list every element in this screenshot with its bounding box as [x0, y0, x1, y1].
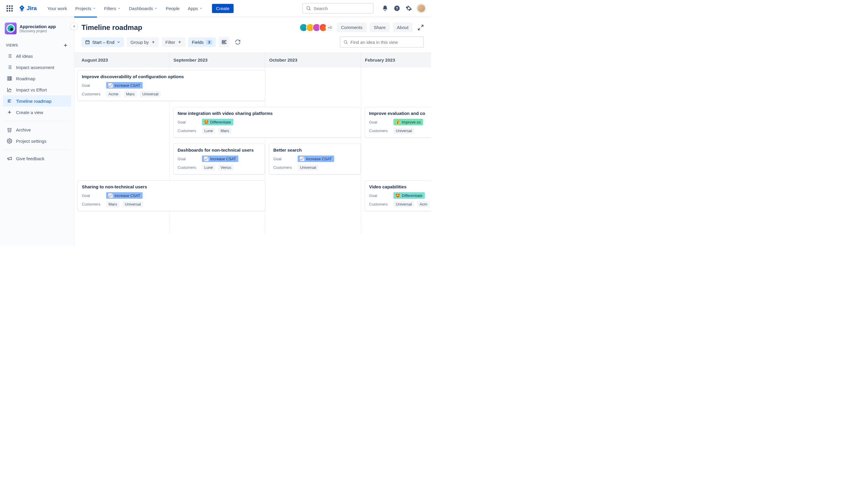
goal-emoji-icon: 📈 [300, 156, 305, 161]
collapse-sidebar-button[interactable] [70, 22, 78, 30]
search-icon [343, 40, 348, 44]
goal-label: Increase CSAT [114, 193, 140, 198]
nav-item-your-work[interactable]: Your work [43, 0, 71, 17]
global-search[interactable] [302, 3, 374, 14]
goal-tag: 🤩Differentiate [393, 192, 425, 199]
comments-button[interactable]: Comments [337, 22, 367, 32]
plus-icon [151, 40, 155, 44]
add-view-icon[interactable] [63, 43, 68, 48]
nav-item-apps[interactable]: Apps [184, 0, 206, 17]
find-idea-search[interactable] [340, 36, 424, 48]
field-label-customers: Customers [369, 129, 391, 133]
avatar-more[interactable]: +3 [325, 23, 334, 32]
views-section-label: VIEWS [6, 43, 18, 48]
sidebar-archive[interactable]: Archive [3, 124, 71, 135]
fields-label: Fields [192, 40, 204, 45]
autosave-button[interactable] [232, 37, 243, 48]
customer-tag: Lune [202, 164, 215, 171]
plus-icon [178, 40, 182, 44]
sidebar-item-label: Impact vs Effort [16, 88, 47, 92]
sidebar-project-settings[interactable]: Project settings [3, 135, 71, 147]
goal-emoji-icon: 📈 [108, 83, 113, 88]
project-icon [5, 22, 17, 34]
sidebar-item-all-ideas[interactable]: All ideas [3, 50, 71, 62]
notifications-icon[interactable] [381, 4, 389, 12]
timeline: August 2023 September 2023 October 2023 … [74, 53, 431, 246]
svg-rect-42 [222, 40, 227, 41]
help-icon[interactable]: ? [393, 4, 401, 12]
sidebar-item-create-a-view[interactable]: Create a view [3, 107, 71, 118]
customer-tag: Mars [218, 128, 232, 134]
goal-label: Improve co [402, 120, 421, 125]
month-column-header: October 2023 [265, 53, 361, 67]
filter-button[interactable]: Filter [162, 37, 185, 47]
goal-emoji-icon: 📈 [204, 156, 209, 161]
sidebar-item-label: Create a view [16, 110, 43, 115]
card-title: Improve evaluation and co [369, 111, 431, 116]
field-label-customers: Customers [82, 202, 103, 206]
idea-card[interactable]: Improve evaluation and coGoal💰Improve co… [365, 107, 431, 138]
nav-item-dashboards[interactable]: Dashboards [125, 0, 162, 17]
fields-button[interactable]: Fields 3 [188, 37, 216, 47]
chevron-down-icon [118, 7, 121, 10]
customer-tag: Acm [417, 201, 430, 207]
sidebar-item-impact-assessment[interactable]: Impact assessment [3, 62, 71, 73]
month-column-header: August 2023 [74, 53, 169, 67]
sidebar-item-timeline-roadmap[interactable]: Timeline roadmap [3, 95, 71, 107]
field-label-customers: Customers [82, 92, 103, 96]
idea-card[interactable]: Improve discoverability of configuration… [77, 70, 265, 101]
nav-item-projects[interactable]: Projects [71, 0, 100, 17]
goal-label: Differentiate [210, 120, 231, 125]
megaphone-icon [6, 155, 13, 162]
project-subtitle: Discovery project [20, 29, 56, 33]
sidebar-item-label: Give feedback [16, 156, 44, 161]
field-label-goal: Goal [178, 157, 199, 161]
idea-card[interactable]: Dashboards for non-technical usersGoal📈I… [173, 144, 265, 174]
goal-tag: 📈Increase CSAT [106, 82, 143, 89]
idea-card[interactable]: New integration with video sharing platf… [173, 107, 361, 138]
user-avatar[interactable] [417, 4, 426, 13]
fullscreen-icon[interactable] [417, 24, 424, 31]
idea-card[interactable]: Better searchGoal📈Increase CSATCustomers… [269, 144, 361, 174]
collaborator-avatars[interactable]: +3 [301, 23, 334, 32]
sidebar-item-label: Timeline roadmap [16, 99, 52, 104]
field-label-goal: Goal [369, 120, 391, 125]
card-title: New integration with video sharing platf… [178, 111, 357, 116]
field-label-goal: Goal [82, 83, 103, 88]
card-title: Sharing to non-technical users [82, 184, 261, 189]
nav-item-filters[interactable]: Filters [100, 0, 125, 17]
svg-line-46 [346, 43, 347, 44]
nav-item-label: Your work [48, 6, 67, 11]
chevron-down-icon [117, 40, 120, 44]
goal-label: Increase CSAT [306, 157, 332, 161]
find-idea-input[interactable] [350, 40, 420, 45]
jira-logo[interactable]: Jira [18, 5, 37, 12]
about-button[interactable]: About [393, 22, 413, 32]
app-switcher-icon[interactable] [5, 4, 14, 13]
sidebar-item-impact-vs-effort[interactable]: Impact vs Effort [3, 84, 71, 95]
svg-rect-20 [11, 77, 12, 80]
group-by-button[interactable]: Group by [127, 37, 159, 47]
goal-emoji-icon: 💰 [395, 120, 400, 125]
field-label-goal: Goal [369, 193, 391, 198]
settings-icon[interactable] [405, 4, 413, 12]
global-search-input[interactable] [314, 6, 370, 11]
sidebar-give-feedback[interactable]: Give feedback [3, 153, 71, 164]
field-label-customers: Customers [178, 129, 199, 133]
nav-item-label: People [166, 6, 180, 11]
date-range-button[interactable]: Start – End [82, 37, 124, 47]
nav-item-label: Dashboards [129, 6, 153, 11]
share-button[interactable]: Share [370, 22, 390, 32]
customer-tag: Universal [123, 201, 143, 207]
card-title: Video capabilities [369, 184, 431, 189]
create-button[interactable]: Create [212, 4, 234, 13]
customer-tag: Universal [393, 128, 414, 134]
nav-item-people[interactable]: People [162, 0, 184, 17]
timeline-month-header: August 2023 September 2023 October 2023 … [74, 53, 431, 67]
sidebar-item-roadmap[interactable]: Roadmap [3, 73, 71, 84]
layout-button[interactable] [219, 37, 230, 48]
idea-card[interactable]: Sharing to non-technical usersGoal📈Incre… [77, 180, 265, 211]
project-name: Appreciation app [20, 24, 56, 29]
idea-card[interactable]: Video capabilitiesGoal🤩DifferentiateCust… [365, 180, 431, 211]
main-content: Timeline roadmap +3 Comments Share About [74, 17, 431, 246]
